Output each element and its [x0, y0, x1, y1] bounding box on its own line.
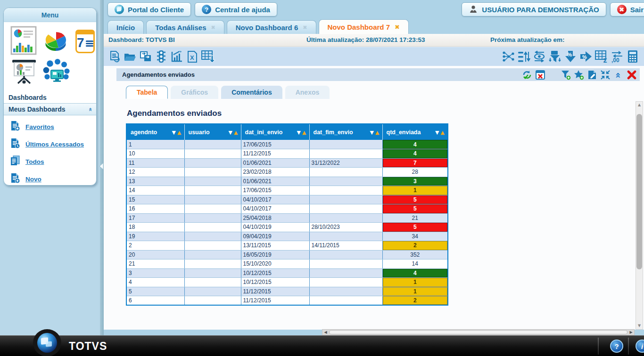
chart-trend-icon[interactable]: [170, 49, 184, 64]
sort-asc-icon[interactable]: ▲: [375, 129, 379, 136]
table-row[interactable]: 611/12/20152: [126, 296, 448, 306]
pie-chart-icon[interactable]: [41, 27, 71, 56]
shrink-icon[interactable]: [600, 70, 611, 80]
close-tab-icon[interactable]: ✖: [303, 24, 307, 31]
footer-info-button[interactable]: i: [636, 340, 644, 353]
hierarchy-icon[interactable]: [501, 49, 515, 64]
column-header-qtd_enviada[interactable]: qtd_enviada▼▲: [382, 124, 448, 140]
refresh-ok-icon[interactable]: [522, 70, 532, 80]
sidebar-item-favoritos[interactable]: Favoritos: [9, 120, 96, 133]
tab-graficos[interactable]: Gráficos: [171, 86, 218, 99]
scroll-up-icon[interactable]: ▲: [636, 102, 643, 108]
table-row[interactable]: 1909/04/201934: [126, 232, 448, 241]
tab-novo-dashboard-7[interactable]: Novo Dashboard 7 ✖: [319, 19, 409, 34]
percent-down-icon[interactable]: %: [563, 49, 578, 64]
open-folder-icon[interactable]: [123, 49, 137, 64]
central-ajuda-button[interactable]: ? Central de ajuda: [195, 2, 277, 16]
table-row[interactable]: 1804/10/201928/10/20235: [126, 223, 448, 232]
sort-desc-icon[interactable]: ▼: [370, 129, 374, 136]
collapse-up-icon[interactable]: «: [613, 70, 624, 80]
portal-cliente-button[interactable]: Portal do Cliente: [107, 2, 191, 16]
tab-anexos[interactable]: Anexos: [285, 86, 330, 99]
cell-usuario: [184, 250, 241, 259]
tab-novo-dashboard-6[interactable]: Novo Dashboard 6 ✖: [227, 20, 316, 34]
table-row[interactable]: 1101/06/202131/12/20227: [126, 158, 448, 168]
decimal-places-icon[interactable]: ,00: [610, 49, 624, 64]
table-row[interactable]: 2016/05/2019352: [126, 250, 448, 259]
table-row[interactable]: 2115/10/202014: [126, 259, 448, 269]
close-tab-icon[interactable]: ✖: [211, 24, 215, 31]
sum-table-icon[interactable]: Σ: [594, 49, 609, 64]
meus-dashboards-header[interactable]: Meus Dashboards «: [4, 103, 96, 115]
presentation-icon[interactable]: [10, 59, 38, 86]
horizontal-scrollbar[interactable]: ◀ ▶: [322, 329, 635, 335]
table-row[interactable]: 1011/12/20154: [126, 149, 448, 159]
calculator-icon[interactable]: [626, 49, 640, 64]
sort-desc-icon[interactable]: ▼: [297, 129, 301, 136]
sidebar-link-label[interactable]: Favoritos: [25, 123, 54, 130]
tab-tabela[interactable]: Tabela: [126, 86, 168, 99]
report-icon[interactable]: [10, 26, 37, 57]
column-header-agendnto[interactable]: agendnto▼▲: [126, 124, 184, 140]
document-refresh-icon[interactable]: [107, 49, 122, 64]
table-row[interactable]: 117/06/20154: [126, 140, 448, 149]
table-row[interactable]: 1504/10/20175: [126, 195, 448, 204]
sort-asc-icon[interactable]: ▲: [177, 129, 181, 136]
star-add-icon[interactable]: [574, 70, 584, 80]
sidebar-item-novo[interactable]: Novo: [9, 172, 96, 186]
table-row[interactable]: 511/12/20151: [126, 287, 448, 296]
sidebar-item-ultimos-acessados[interactable]: Últimos Acessados: [9, 138, 96, 151]
sheet-remove-icon[interactable]: [535, 70, 545, 80]
table-row[interactable]: 1725/04/201821: [126, 213, 448, 223]
tab-todas-analises[interactable]: Todas Análises ✖: [146, 20, 224, 34]
table-row[interactable]: 1223/02/201828: [126, 168, 448, 177]
sort-desc-icon[interactable]: ▼: [229, 129, 232, 136]
table-row[interactable]: 213/11/201514/11/20152: [126, 241, 448, 251]
scroll-down-icon[interactable]: ▼: [636, 323, 643, 329]
calendar-7-icon[interactable]: 7: [75, 30, 95, 53]
sidebar-link-label[interactable]: Novo: [25, 176, 41, 183]
edit-document-icon[interactable]: [587, 70, 597, 80]
sair-button[interactable]: ✖ Sair: [610, 2, 644, 16]
close-widget-icon[interactable]: [627, 70, 637, 80]
sort-desc-icon[interactable]: ▼: [172, 129, 176, 136]
footer-help-button[interactable]: ?: [610, 340, 623, 353]
table-row[interactable]: 1604/10/20175: [126, 204, 448, 214]
sort-asc-icon[interactable]: ▲: [302, 129, 306, 136]
document-plus-icon: [9, 172, 21, 186]
funnel-arrows-icon[interactable]: [548, 49, 562, 64]
sort-rows-icon[interactable]: [517, 49, 531, 64]
tab-comentarios[interactable]: Comentários: [221, 86, 282, 99]
cell-usuario: [184, 177, 241, 186]
column-header-usuario[interactable]: usuario▼▲: [184, 124, 241, 140]
table-row[interactable]: 1301/06/20213: [126, 177, 448, 186]
user-button[interactable]: USUÁRIO PARA DEMONSTRAÇÃO: [462, 2, 606, 16]
sort-desc-icon[interactable]: ▼: [435, 129, 439, 136]
table-export-icon[interactable]: [201, 49, 215, 64]
panels-transfer-icon[interactable]: [139, 49, 153, 64]
filter-add-icon[interactable]: [561, 70, 571, 80]
vertical-scrollbar[interactable]: ▲ ▼: [636, 101, 643, 330]
excel-export-icon[interactable]: X: [185, 49, 199, 64]
tab-inicio[interactable]: Início: [107, 20, 144, 34]
column-header-dat_fim_envio[interactable]: dat_fim_envio▼▲: [309, 124, 382, 140]
scroll-right-icon[interactable]: ▶: [628, 330, 634, 335]
collapse-group-icon[interactable]: «: [87, 107, 94, 111]
sidebar-link-label[interactable]: Todos: [25, 158, 44, 165]
close-tab-icon[interactable]: ✖: [395, 24, 400, 31]
table-row[interactable]: 1417/06/20151: [126, 186, 448, 195]
horizontal-scroll-thumb[interactable]: [329, 330, 627, 334]
network-icon[interactable]: [42, 59, 71, 86]
table-row[interactable]: 410/12/20151: [126, 278, 448, 287]
sidebar-item-todos[interactable]: Todos: [9, 155, 96, 168]
sidebar-link-label[interactable]: Últimos Acessados: [25, 141, 84, 148]
vertical-scroll-thumb[interactable]: [636, 114, 642, 269]
scroll-left-icon[interactable]: ◀: [322, 330, 329, 335]
column-header-dat_ini_envio[interactable]: dat_ini_envio▼▲: [241, 124, 309, 140]
eye-swap-icon[interactable]: [532, 49, 546, 64]
sort-asc-icon[interactable]: ▲: [441, 129, 445, 136]
traffic-light-icon[interactable]: [154, 49, 168, 64]
percent-right-icon[interactable]: %: [579, 49, 593, 64]
table-row[interactable]: 310/12/20154: [126, 268, 448, 278]
sort-asc-icon[interactable]: ▲: [234, 129, 238, 136]
